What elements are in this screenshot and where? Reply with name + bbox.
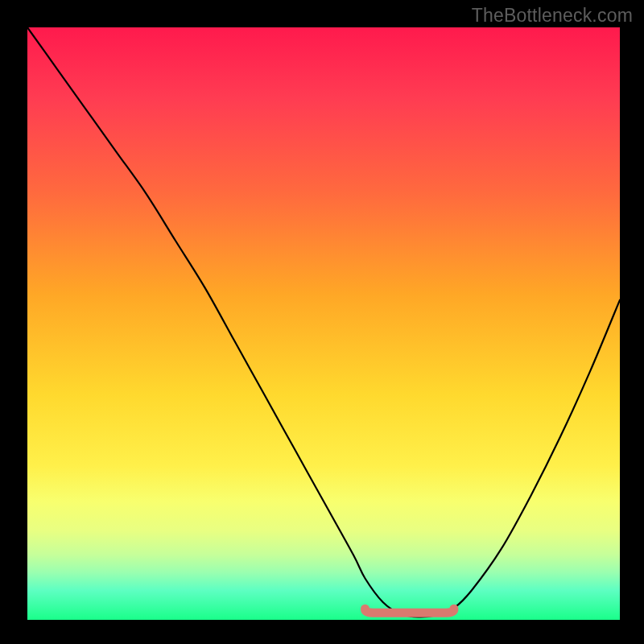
- watermark-text: TheBottleneck.com: [472, 5, 633, 27]
- plot-area: [27, 27, 620, 620]
- chart-frame: TheBottleneck.com: [0, 0, 644, 644]
- bottleneck-curve: [27, 27, 620, 620]
